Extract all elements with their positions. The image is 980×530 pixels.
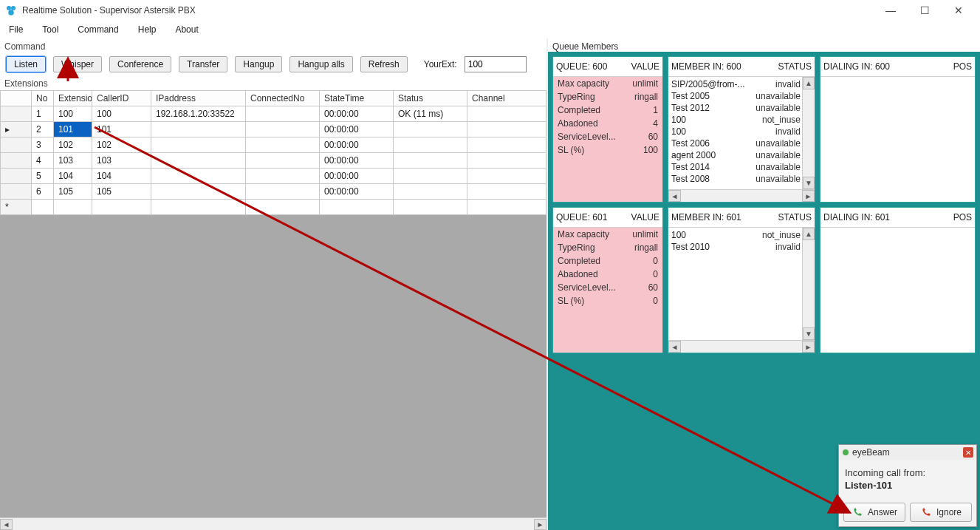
- member-row[interactable]: Test 2005unavailable: [671, 90, 801, 102]
- cell-statetime[interactable]: 00:00:00: [320, 106, 394, 122]
- cell-no[interactable]: 1: [32, 106, 54, 122]
- cell-statetime[interactable]: 00:00:00: [320, 153, 394, 169]
- cell-callerid[interactable]: 104: [92, 169, 151, 184]
- member-row[interactable]: agent 2000unavailable: [671, 149, 801, 161]
- cell-channel[interactable]: [467, 153, 546, 169]
- extensions-grid[interactable]: No Extension CallerID IPaddress Connecte…: [0, 90, 546, 517]
- member-row[interactable]: 100not_inuse: [671, 229, 801, 241]
- scroll-right-icon[interactable]: ►: [802, 341, 815, 353]
- cell-statetime[interactable]: 00:00:00: [320, 169, 394, 184]
- col-time[interactable]: StateTime: [320, 91, 394, 106]
- whisper-button[interactable]: Whisper: [53, 56, 102, 72]
- scroll-right-icon[interactable]: ►: [802, 190, 815, 202]
- cell-extension[interactable]: 101: [54, 122, 92, 137]
- table-row[interactable]: 510410400:00:00: [1, 169, 546, 184]
- member-row[interactable]: 100not_inuse: [671, 114, 801, 126]
- col-ip[interactable]: IPaddress: [151, 91, 246, 106]
- cell-status[interactable]: OK (11 ms): [394, 106, 467, 122]
- cell-ip[interactable]: 192.168.1.20:33522: [151, 106, 246, 122]
- cell-channel[interactable]: [467, 106, 546, 122]
- cell-status[interactable]: [394, 184, 467, 200]
- member-row[interactable]: Test 2014unavailable: [671, 161, 801, 173]
- refresh-button[interactable]: Refresh: [360, 56, 408, 72]
- cell-connected[interactable]: [246, 122, 320, 137]
- cell-callerid[interactable]: 103: [92, 153, 151, 169]
- cell-statetime[interactable]: 00:00:00: [320, 137, 394, 153]
- scroll-down-icon[interactable]: ▼: [803, 177, 815, 189]
- cell-channel[interactable]: [467, 122, 546, 137]
- grid-corner[interactable]: [1, 91, 32, 106]
- cell-status[interactable]: [394, 122, 467, 137]
- table-row[interactable]: ▸210110100:00:00: [1, 122, 546, 137]
- row-header[interactable]: [1, 137, 32, 153]
- cell-connected[interactable]: [246, 153, 320, 169]
- cell-no[interactable]: 2: [32, 122, 54, 137]
- cell-connected[interactable]: [246, 137, 320, 153]
- table-row[interactable]: 610510500:00:00: [1, 184, 546, 200]
- cell-callerid[interactable]: 105: [92, 184, 151, 200]
- members-vertical-scrollbar[interactable]: ▲ ▼: [802, 228, 815, 340]
- grid-horizontal-scrollbar[interactable]: ◄ ►: [0, 517, 546, 530]
- window-maximize-button[interactable]: ☐: [908, 0, 942, 21]
- conference-button[interactable]: Conference: [109, 56, 171, 72]
- scroll-right-icon[interactable]: ►: [534, 519, 546, 530]
- table-row-new[interactable]: *: [1, 200, 546, 215]
- transfer-button[interactable]: Transfer: [179, 56, 227, 72]
- cell-extension[interactable]: 100: [54, 106, 92, 122]
- scroll-left-icon[interactable]: ◄: [668, 341, 681, 353]
- col-ext[interactable]: Extension: [54, 91, 92, 106]
- member-row[interactable]: Test 2012unavailable: [671, 102, 801, 114]
- cell-extension[interactable]: 102: [54, 137, 92, 153]
- col-status[interactable]: Status: [394, 91, 467, 106]
- scroll-down-icon[interactable]: ▼: [803, 327, 815, 340]
- cell-statetime[interactable]: 00:00:00: [320, 122, 394, 137]
- cell-extension[interactable]: 104: [54, 169, 92, 184]
- answer-button[interactable]: Answer: [843, 503, 905, 522]
- cell-channel[interactable]: [467, 184, 546, 200]
- members-horizontal-scrollbar[interactable]: ◄►: [668, 340, 815, 353]
- row-header[interactable]: [1, 184, 32, 200]
- hangup-button[interactable]: Hangup: [235, 56, 282, 72]
- member-row[interactable]: Test 2008unavailable: [671, 173, 801, 185]
- cell-extension[interactable]: 105: [54, 184, 92, 200]
- window-close-button[interactable]: ✕: [942, 0, 976, 21]
- member-row[interactable]: 100invalid: [671, 126, 801, 137]
- scroll-up-icon[interactable]: ▲: [803, 228, 815, 240]
- member-row[interactable]: Test 2006unavailable: [671, 137, 801, 149]
- row-header[interactable]: [1, 169, 32, 184]
- cell-callerid[interactable]: 101: [92, 122, 151, 137]
- cell-statetime[interactable]: 00:00:00: [320, 184, 394, 200]
- window-minimize-button[interactable]: —: [874, 0, 908, 21]
- cell-no[interactable]: 6: [32, 184, 54, 200]
- cell-no[interactable]: 3: [32, 137, 54, 153]
- cell-no[interactable]: 5: [32, 169, 54, 184]
- popup-titlebar[interactable]: eyeBeam ✕: [839, 445, 976, 460]
- row-header[interactable]: [1, 153, 32, 169]
- cell-channel[interactable]: [467, 137, 546, 153]
- listen-button[interactable]: Listen: [6, 56, 46, 72]
- col-conn[interactable]: ConnectedNo: [246, 91, 320, 106]
- col-cid[interactable]: CallerID: [92, 91, 151, 106]
- row-header[interactable]: ▸: [1, 122, 32, 137]
- menu-tool[interactable]: Tool: [39, 23, 61, 36]
- cell-connected[interactable]: [246, 184, 320, 200]
- cell-status[interactable]: [394, 169, 467, 184]
- ignore-button[interactable]: Ignore: [910, 503, 972, 522]
- cell-callerid[interactable]: 100: [92, 106, 151, 122]
- member-row[interactable]: Test 2010invalid: [671, 241, 801, 253]
- members-horizontal-scrollbar[interactable]: ◄►: [668, 189, 815, 202]
- menu-about[interactable]: About: [172, 23, 201, 36]
- member-row[interactable]: SIP/2005@from-...invalid: [671, 78, 801, 90]
- scroll-left-icon[interactable]: ◄: [668, 190, 681, 202]
- row-header-new[interactable]: *: [1, 200, 32, 215]
- cell-callerid[interactable]: 102: [92, 137, 151, 153]
- hangup-alls-button[interactable]: Hangup alls: [289, 56, 352, 72]
- popup-close-button[interactable]: ✕: [963, 447, 973, 458]
- cell-ip[interactable]: [151, 137, 246, 153]
- cell-ip[interactable]: [151, 153, 246, 169]
- scroll-up-icon[interactable]: ▲: [803, 77, 815, 89]
- table-row[interactable]: 410310300:00:00: [1, 153, 546, 169]
- cell-extension[interactable]: 103: [54, 153, 92, 169]
- cell-ip[interactable]: [151, 122, 246, 137]
- table-row[interactable]: 1100100192.168.1.20:3352200:00:00OK (11 …: [1, 106, 546, 122]
